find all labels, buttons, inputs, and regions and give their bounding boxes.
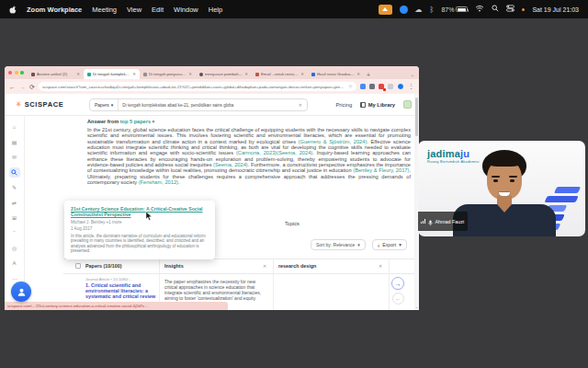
browser-tab-6[interactable]: Hasil revisi Gradua…✕ bbox=[308, 69, 364, 79]
browser-tab-5[interactable]: Email - untuk revisi a…✕ bbox=[252, 69, 308, 79]
remove-column-icon[interactable]: ✕ bbox=[263, 263, 266, 269]
scispace-logo[interactable]: ✳ SCISPACE bbox=[16, 100, 63, 109]
bluetooth-icon[interactable]: ᛒ bbox=[430, 6, 435, 14]
scrollbar-thumb[interactable] bbox=[415, 98, 418, 136]
scroll-down-icon[interactable]: ⌄ bbox=[414, 305, 419, 309]
control-center-icon[interactable] bbox=[506, 5, 514, 14]
tab-close-icon[interactable]: ✕ bbox=[356, 72, 360, 76]
back-button[interactable]: ← bbox=[9, 84, 16, 90]
mouse-cursor-icon bbox=[145, 208, 153, 224]
citation-generator-icon[interactable]: “ bbox=[9, 228, 20, 238]
menubar-clock[interactable]: Sat 19 Jul 21:03 bbox=[532, 6, 579, 13]
new-tab-button[interactable]: + bbox=[367, 72, 370, 78]
citation-link[interactable]: (Bentley & Fleury, 2017) bbox=[353, 167, 409, 173]
remove-column-icon[interactable]: ✕ bbox=[379, 263, 382, 269]
spotlight-search-icon[interactable] bbox=[492, 5, 499, 14]
pricing-link[interactable]: Pricing bbox=[335, 102, 352, 108]
menu-window[interactable]: Window bbox=[174, 6, 198, 14]
browser-tab-1[interactable]: Asisten artikel (2)✕ bbox=[28, 69, 84, 79]
recording-indicator-icon bbox=[522, 8, 525, 11]
zoom-window-button[interactable] bbox=[20, 71, 24, 75]
support-chat-button[interactable] bbox=[11, 282, 31, 302]
tab-close-icon[interactable]: ✕ bbox=[244, 72, 248, 76]
citation-link[interactable]: (Seema, 2024) bbox=[213, 162, 248, 167]
chevron-down-icon: ▾ bbox=[111, 102, 114, 108]
sort-by-dropdown[interactable]: Sort by: Relevance▾ bbox=[311, 239, 366, 250]
microphone-icon bbox=[428, 213, 433, 230]
cloud-icon[interactable]: ☁ bbox=[415, 6, 423, 14]
citation-link[interactable]: (Fensham, 2012) bbox=[139, 179, 178, 185]
extension-icon-gray[interactable] bbox=[369, 84, 375, 89]
home-icon[interactable]: ⌂ bbox=[9, 121, 20, 132]
my-library-link[interactable]: My Library bbox=[360, 102, 395, 108]
next-column-button[interactable]: → bbox=[391, 277, 404, 290]
scispace-logo-icon: ✳ bbox=[16, 100, 22, 109]
forward-button[interactable]: → bbox=[19, 84, 26, 90]
connection-signal-icon bbox=[421, 219, 425, 223]
ai-detector-icon[interactable]: ◎ bbox=[9, 243, 20, 253]
insights-column-header[interactable]: Insights bbox=[164, 263, 184, 269]
citation-link[interactable]: (Guerrero & Sjöström, 2024) bbox=[299, 139, 368, 144]
participant-video-tile[interactable]: jadimaju Ruang Bertumbuh Akademisi Ahmad bbox=[418, 141, 585, 236]
prev-column-button[interactable]: ← bbox=[392, 293, 404, 305]
export-button[interactable]: ⤓Export▾ bbox=[372, 239, 407, 250]
paper-title-link[interactable]: 21st Century Science Education: A Critic… bbox=[71, 206, 209, 217]
close-window-button[interactable] bbox=[8, 71, 12, 75]
zoom-app-icon[interactable] bbox=[400, 6, 408, 14]
browser-profile-avatar[interactable] bbox=[397, 83, 404, 90]
extension-icon-red[interactable] bbox=[379, 84, 384, 89]
tab-search-chevron-icon[interactable]: ⌄ bbox=[411, 72, 414, 77]
tab-favicon bbox=[87, 73, 91, 76]
scispace-search-bar[interactable]: Papers▾ Di tengah kompleksitas abad ke-2… bbox=[89, 98, 308, 111]
menu-meeting[interactable]: Meeting bbox=[92, 6, 117, 14]
chat-pdf-icon[interactable]: ✉ bbox=[9, 152, 20, 162]
ai-writer-icon[interactable]: ✎ bbox=[9, 182, 20, 192]
paper-row-insight: The paper emphasizes the necessity for n… bbox=[164, 279, 266, 301]
search-query-text[interactable]: Di tengah kompleksitas abad ke-21, pendi… bbox=[119, 103, 293, 108]
citation-link[interactable]: (Carmona, 2023) bbox=[236, 150, 277, 155]
citation-link[interactable]: (Seema, 2024) bbox=[277, 150, 312, 155]
menu-zoom-workplace[interactable]: Zoom Workplace bbox=[27, 6, 82, 14]
topics-label: Topics bbox=[285, 221, 300, 226]
address-bar[interactable]: scispace.com/search?utm_source=chat&q=Di… bbox=[39, 82, 356, 91]
paraphraser-icon[interactable]: ⇄ bbox=[9, 198, 20, 208]
wifi-icon[interactable] bbox=[475, 5, 484, 14]
user-avatar[interactable] bbox=[403, 100, 412, 109]
papers-column-header[interactable]: Papers (10/100) bbox=[85, 263, 122, 269]
battery-percent: 87% bbox=[441, 6, 454, 13]
browser-menu-icon[interactable]: ⋮ bbox=[408, 83, 414, 90]
minimize-window-button[interactable] bbox=[15, 71, 18, 75]
extract-data-icon[interactable]: ⊞ bbox=[9, 213, 20, 223]
screen-share-indicator-icon[interactable] bbox=[379, 5, 392, 15]
papers-icon[interactable]: ▤ bbox=[9, 137, 20, 147]
answer-from-label[interactable]: Answer from top 5 papers ▾ bbox=[87, 119, 154, 124]
clear-search-icon[interactable]: ✕ bbox=[294, 102, 307, 108]
select-all-checkbox[interactable] bbox=[75, 263, 81, 269]
bookmark-star-icon[interactable]: ☆ bbox=[348, 84, 353, 89]
research-design-column-header[interactable]: research design bbox=[278, 263, 316, 269]
menu-edit[interactable]: Edit bbox=[152, 6, 164, 14]
paper-preview-tooltip: 21st Century Science Education: A Critic… bbox=[64, 201, 215, 259]
tab-close-icon[interactable]: ✕ bbox=[188, 72, 192, 76]
window-controls[interactable] bbox=[8, 66, 24, 79]
browser-tab-2-active[interactable]: Di tengah kompleksit…✕ bbox=[84, 69, 140, 79]
browser-tab-4[interactable]: menyusun pembahas…✕ bbox=[196, 69, 252, 79]
extension-icon-blue[interactable] bbox=[360, 84, 366, 89]
browser-tab-3[interactable]: Di tengah penyusun…✕ bbox=[140, 69, 196, 79]
battery-icon bbox=[456, 6, 468, 12]
paper-row-title-link[interactable]: 1. Critical scientific and environmental… bbox=[85, 282, 156, 300]
reload-button[interactable]: ⟳ bbox=[29, 84, 35, 90]
tab-close-icon[interactable]: ✕ bbox=[300, 72, 304, 76]
translator-icon[interactable]: A bbox=[9, 259, 20, 269]
search-scope-dropdown[interactable]: Papers▾ bbox=[90, 99, 119, 110]
tab-favicon bbox=[143, 73, 147, 76]
tab-close-icon[interactable]: ✕ bbox=[132, 72, 136, 76]
extension-icon-light[interactable] bbox=[388, 84, 393, 89]
paper-date: 1 Aug 2017 bbox=[71, 226, 209, 231]
menu-help[interactable]: Help bbox=[209, 6, 222, 14]
apple-logo-icon[interactable] bbox=[9, 6, 17, 14]
battery-status[interactable]: 87% bbox=[441, 6, 468, 13]
menu-view[interactable]: View bbox=[127, 6, 141, 14]
tab-close-icon[interactable]: ✕ bbox=[76, 72, 80, 76]
search-icon[interactable] bbox=[9, 167, 20, 178]
